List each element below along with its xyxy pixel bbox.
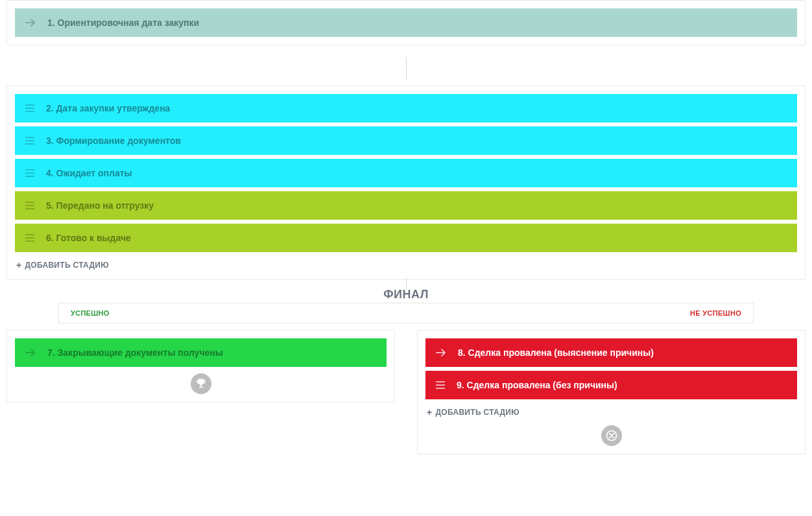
- stage-label: 5. Передано на отгрузку: [46, 200, 154, 211]
- final-tabs: УСПЕШНО НЕ УСПЕШНО: [58, 303, 754, 323]
- drag-handle-icon: [25, 104, 34, 112]
- stage-label: 3. Формирование документов: [46, 135, 181, 146]
- stage-label: 2. Дата закупки утверждена: [46, 103, 170, 113]
- tab-success[interactable]: УСПЕШНО: [58, 303, 121, 323]
- stage-row[interactable]: 3. Формирование документов: [15, 126, 797, 155]
- stage-label: 7. Закрывающие документы получены: [47, 347, 223, 358]
- stage-row[interactable]: 5. Передано на отгрузку: [15, 191, 797, 220]
- stage-row[interactable]: 8. Сделка провалена (выяснение причины): [425, 338, 797, 367]
- final-heading: ФИНАЛ: [0, 277, 812, 303]
- stage-label: 4. Ожидает оплаты: [46, 168, 132, 178]
- add-stage-label: ДОБАВИТЬ СТАДИЮ: [25, 261, 108, 270]
- add-stage-button[interactable]: + ДОБАВИТЬ СТАДИЮ: [15, 252, 110, 272]
- stage-label: 1. Ориентировочная дата закупки: [47, 18, 199, 28]
- stage-row[interactable]: 9. Сделка провалена (без причины): [425, 371, 797, 399]
- stage-label: 8. Сделка провалена (выяснение причины): [458, 347, 654, 358]
- stage-label: 6. Готово к выдаче: [46, 233, 131, 243]
- stage-panel-success: 7. Закрывающие документы получены: [6, 330, 395, 403]
- add-stage-label: ДОБАВИТЬ СТАДИЮ: [435, 408, 519, 417]
- stage-row[interactable]: 6. Готово к выдаче: [15, 224, 797, 252]
- plus-icon: +: [16, 260, 21, 270]
- stage-row[interactable]: 2. Дата закупки утверждена: [15, 94, 797, 123]
- drag-handle-icon: [25, 169, 34, 177]
- stage-row[interactable]: 4. Ожидает оплаты: [15, 159, 797, 187]
- plus-icon: +: [427, 407, 432, 417]
- connector-line: [0, 45, 812, 86]
- trophy-badge: [191, 373, 211, 394]
- arrow-right-icon: [436, 349, 446, 357]
- final-title: ФИНАЛ: [0, 288, 812, 301]
- drag-handle-icon: [25, 234, 34, 242]
- stage-panel-fail: 8. Сделка провалена (выяснение причины)9…: [417, 330, 806, 454]
- cancel-badge: [601, 425, 622, 446]
- drag-handle-icon: [25, 202, 34, 209]
- add-stage-button-fail[interactable]: + ДОБАВИТЬ СТАДИЮ: [425, 399, 521, 419]
- stage-label: 9. Сделка провалена (без причины): [457, 380, 617, 390]
- drag-handle-icon: [25, 137, 34, 145]
- arrow-right-icon: [25, 349, 36, 357]
- stage-panel-initial: 1. Ориентировочная дата закупки: [6, 0, 806, 45]
- stage-row[interactable]: 7. Закрывающие документы получены: [15, 338, 387, 367]
- arrow-right-icon: [25, 19, 36, 27]
- tab-spacer: [121, 303, 678, 323]
- stage-row-1[interactable]: 1. Ориентировочная дата закупки: [15, 8, 797, 37]
- tab-fail[interactable]: НЕ УСПЕШНО: [678, 303, 754, 323]
- drag-handle-icon: [436, 381, 445, 389]
- stage-panel-middle: 2. Дата закупки утверждена3. Формировани…: [6, 86, 806, 280]
